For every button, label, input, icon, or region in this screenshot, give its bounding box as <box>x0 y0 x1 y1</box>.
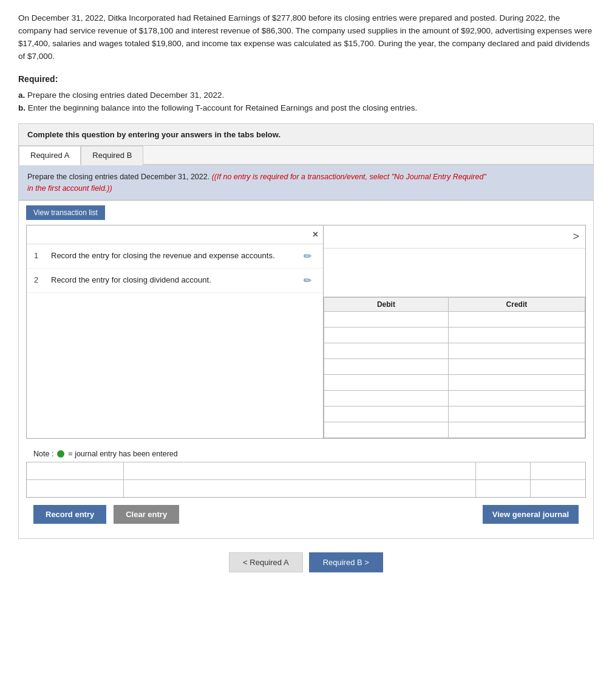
green-dot-icon <box>57 450 64 458</box>
instruction-b: b. Enter the beginning balance into the … <box>18 101 594 115</box>
nav-required-a-button[interactable]: < Required A <box>229 552 303 572</box>
required-heading: Required: <box>18 74 594 84</box>
navigation-tabs: < Required A Required B > <box>18 552 594 572</box>
next-arrow-icon[interactable]: > <box>573 230 579 243</box>
transaction-text-1: Record the entry for closing the revenue… <box>51 250 298 261</box>
table-row <box>324 407 585 422</box>
transaction-text-2: Record the entry for closing dividend ac… <box>51 275 298 286</box>
table-row <box>324 359 585 375</box>
edit-icon-1[interactable]: ✏ <box>304 250 316 262</box>
clear-entry-button[interactable]: Clear entry <box>114 505 179 524</box>
note-prefix: Note : <box>33 450 53 458</box>
transaction-number-1: 1 <box>34 250 45 260</box>
note-text: = journal entry has been entered <box>68 450 177 458</box>
transaction-row-1: 1 Record the entry for closing the reven… <box>27 244 323 269</box>
journal-area: × 1 Record the entry for closing the rev… <box>19 225 593 538</box>
record-entry-button[interactable]: Record entry <box>33 505 106 524</box>
close-icon[interactable]: × <box>313 229 318 240</box>
edit-icon-2[interactable]: ✏ <box>304 275 316 286</box>
entry-row-2 <box>27 479 585 497</box>
instruction-a: a. Prepare the closing entries dated Dec… <box>18 89 594 102</box>
entry-row-1 <box>27 462 585 479</box>
table-row <box>324 375 585 391</box>
tabs-row: Required A Required B <box>19 146 593 165</box>
intro-paragraph: On December 31, 2022, Ditka Incorporated… <box>18 12 594 63</box>
tab-instruction: Prepare the closing entries dated Decemb… <box>19 165 593 201</box>
entry-credit-2[interactable] <box>531 480 585 497</box>
transaction-row-2: 2 Record the entry for closing dividend … <box>27 269 323 293</box>
entry-desc-1[interactable] <box>124 462 476 479</box>
view-transaction-list-button[interactable]: View transaction list <box>26 205 105 220</box>
right-panel: > Debit Credit <box>324 225 586 439</box>
table-row <box>324 343 585 359</box>
transaction-list: × 1 Record the entry for closing the rev… <box>26 225 324 439</box>
entry-credit-1[interactable] <box>531 462 585 479</box>
bottom-buttons: Record entry Clear entry View general jo… <box>26 498 586 531</box>
entry-account-2[interactable] <box>27 480 124 497</box>
entry-debit-1[interactable] <box>476 462 531 479</box>
entry-desc-2[interactable] <box>124 480 476 497</box>
entry-area <box>26 462 586 498</box>
right-panel-nav: > <box>324 225 585 249</box>
table-row <box>324 328 585 343</box>
entry-account-1[interactable] <box>27 462 124 479</box>
entry-debit-2[interactable] <box>476 480 531 497</box>
note-row: Note : = journal entry has been entered <box>26 444 586 462</box>
question-box: Complete this question by entering your … <box>18 123 594 146</box>
debit-credit-table: Debit Credit <box>324 297 585 438</box>
debit-header: Debit <box>324 298 449 312</box>
table-row <box>324 312 585 328</box>
credit-header: Credit <box>448 298 585 312</box>
tab-required-a[interactable]: Required A <box>19 146 81 165</box>
tab-required-b[interactable]: Required B <box>81 146 143 165</box>
transaction-header: × <box>27 225 323 244</box>
table-row <box>324 422 585 438</box>
view-general-journal-button[interactable]: View general journal <box>483 505 579 524</box>
nav-required-b-button[interactable]: Required B > <box>309 552 383 572</box>
transaction-number-2: 2 <box>34 275 45 284</box>
right-panel-top-area <box>324 249 585 297</box>
table-row <box>324 391 585 407</box>
transaction-panel: × 1 Record the entry for closing the rev… <box>26 225 586 439</box>
